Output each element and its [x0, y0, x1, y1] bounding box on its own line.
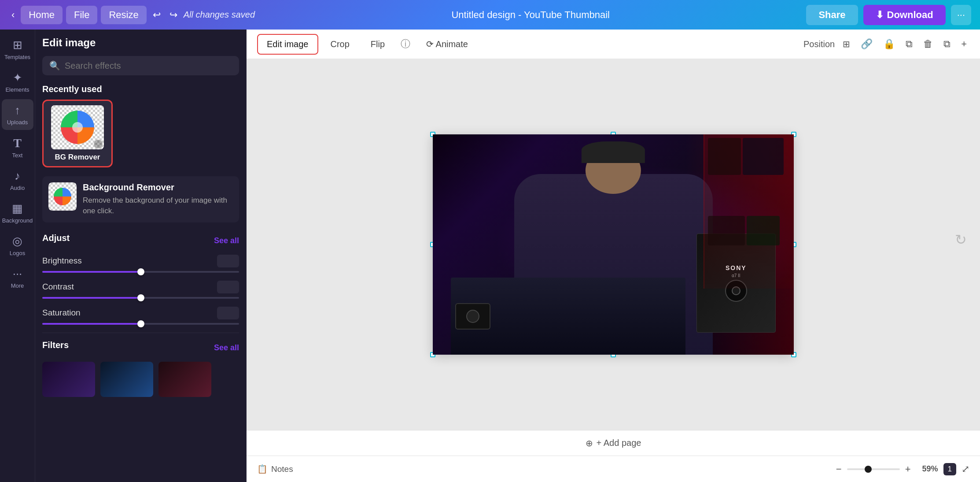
brightness-track[interactable] — [42, 271, 239, 273]
search-input[interactable] — [65, 61, 232, 71]
edit-panel: Edit image 🔍 Recently used — [35, 30, 247, 482]
add-page-bar: ⊕ + Add page — [247, 430, 980, 456]
notes-button[interactable]: 📋 Notes — [257, 464, 293, 474]
sidebar-item-audio[interactable]: ♪ Audio — [2, 165, 33, 196]
filter-thumb-1[interactable] — [42, 362, 95, 397]
zoom-out-button[interactable]: − — [836, 463, 842, 475]
zoom-value: 59% — [916, 464, 938, 474]
sidebar-label-more: More — [11, 282, 24, 289]
sidebar-item-logos[interactable]: ◎ Logos — [2, 230, 33, 261]
sidebar-label-templates: Templates — [4, 54, 30, 60]
saturation-label: Saturation — [42, 308, 81, 318]
share-button[interactable]: Share — [806, 5, 858, 25]
saturation-slider-row: Saturation 0 — [42, 307, 239, 325]
filter-thumb-3[interactable] — [158, 362, 211, 397]
more-options-button[interactable]: ··· — [951, 5, 971, 25]
saturation-value[interactable]: 0 — [217, 307, 239, 319]
filter-thumb-2[interactable] — [100, 362, 153, 397]
brightness-value[interactable]: 0 — [217, 255, 239, 267]
canvas-wrapper[interactable]: ↻ — [247, 59, 980, 430]
filters-section-header: Filters See all — [42, 340, 239, 356]
sidebar-item-text[interactable]: T Text — [2, 132, 33, 163]
templates-icon: ⊞ — [13, 38, 22, 52]
adjust-section-header: Adjust See all — [42, 233, 239, 248]
studio-background — [704, 134, 794, 289]
icon-sidebar: ⊞ Templates ✦ Elements ↑ Uploads T Text … — [0, 30, 35, 482]
zoom-controls: − + 59% 1 ⤢ — [836, 463, 969, 475]
bg-remover-thumb — [48, 182, 77, 211]
brightness-slider-row: Brightness 0 — [42, 255, 239, 273]
zoom-in-button[interactable]: + — [905, 463, 911, 475]
grid-button[interactable]: ⊞ — [840, 36, 853, 52]
recently-used-label: Recently used — [42, 84, 239, 94]
sidebar-label-background: Background — [2, 217, 33, 224]
camera-equipment — [451, 278, 685, 355]
sidebar-item-uploads[interactable]: ↑ Uploads — [2, 99, 33, 130]
canvas-image-container[interactable]: SONY α7 II — [433, 134, 794, 355]
notes-icon: 📋 — [257, 464, 268, 474]
logos-icon: ◎ — [12, 234, 22, 248]
saturation-track[interactable] — [42, 323, 239, 325]
lock-button[interactable]: 🔒 — [881, 36, 898, 52]
svg-point-1 — [72, 122, 83, 133]
page-number: 1 — [943, 463, 956, 475]
contrast-label: Contrast — [42, 282, 74, 292]
bg-remover-desc-row[interactable]: Background Remover Remove the background… — [42, 176, 239, 222]
redo-button[interactable]: ↪ — [167, 6, 180, 24]
add-page-button[interactable]: ⊕ + Add page — [586, 438, 641, 449]
tab-edit-image[interactable]: Edit image — [257, 34, 318, 55]
search-box: 🔍 — [42, 56, 239, 75]
position-label: Position — [803, 39, 835, 49]
background-icon: ▦ — [12, 202, 23, 215]
resize-button[interactable]: Resize — [101, 6, 146, 24]
sidebar-item-background[interactable]: ▦ Background — [2, 197, 33, 228]
bg-remover-card[interactable]: BG Remover — [42, 100, 113, 167]
see-all-adjust-button[interactable]: See all — [214, 236, 239, 245]
adjust-label: Adjust — [42, 233, 70, 243]
download-button[interactable]: ⬇ Download — [863, 5, 946, 25]
toolbar-strip: Edit image Crop Flip ⓘ ⟳ Animate Positio… — [247, 30, 980, 59]
bottom-bar: 📋 Notes − + 59% 1 ⤢ — [247, 456, 980, 482]
zoom-thumb[interactable] — [865, 466, 872, 473]
tab-flip[interactable]: Flip — [362, 35, 394, 54]
panel-title: Edit image — [42, 37, 239, 49]
add-page-icon: ⊕ — [586, 438, 593, 449]
delete-button[interactable]: 🗑 — [921, 36, 936, 52]
contrast-value[interactable]: 0 — [217, 281, 239, 293]
file-button[interactable]: File — [66, 6, 97, 24]
search-icon: 🔍 — [49, 60, 60, 71]
text-icon: T — [13, 136, 22, 150]
save-status: All changes saved — [184, 10, 255, 20]
more-icon: ··· — [13, 267, 22, 281]
bg-remover-title: Background Remover — [83, 182, 233, 193]
back-button[interactable]: ‹ — [9, 6, 17, 24]
undo-button[interactable]: ↩ — [150, 6, 163, 24]
topbar: ‹ Home File Resize ↩ ↪ All changes saved… — [0, 0, 980, 30]
sidebar-item-more[interactable]: ··· More — [2, 263, 33, 293]
see-all-filters-button[interactable]: See all — [214, 343, 239, 352]
copy-canvas-button[interactable]: ⧉ — [941, 36, 953, 52]
sidebar-item-elements[interactable]: ✦ Elements — [2, 67, 33, 97]
bg-remover-text: Background Remover Remove the background… — [83, 182, 233, 216]
contrast-slider-row: Contrast 0 — [42, 281, 239, 299]
sidebar-item-templates[interactable]: ⊞ Templates — [2, 34, 33, 65]
info-button[interactable]: ⓘ — [397, 34, 414, 54]
main-area: ⊞ Templates ✦ Elements ↑ Uploads T Text … — [0, 30, 980, 482]
crop-button-toolbar[interactable]: ⧉ — [903, 36, 915, 52]
animate-icon: ⟳ — [426, 39, 434, 49]
tab-crop[interactable]: Crop — [322, 35, 358, 54]
home-button[interactable]: Home — [21, 6, 63, 24]
sidebar-label-logos: Logos — [10, 250, 25, 256]
sidebar-label-audio: Audio — [10, 185, 25, 191]
link-button[interactable]: 🔗 — [858, 36, 875, 52]
canvas-refresh-icon[interactable]: ↻ — [955, 231, 967, 248]
bg-remover-card-label: BG Remover — [55, 153, 100, 162]
animate-button[interactable]: ⟳ Animate — [417, 34, 477, 54]
download-icon: ⬇ — [876, 9, 884, 21]
bg-remover-description: Remove the background of your image with… — [83, 195, 233, 216]
sidebar-label-elements: Elements — [5, 86, 29, 93]
contrast-track[interactable] — [42, 297, 239, 299]
add-canvas-button[interactable]: + — [958, 36, 969, 52]
zoom-slider[interactable] — [847, 468, 900, 470]
fullscreen-button[interactable]: ⤢ — [962, 463, 969, 475]
